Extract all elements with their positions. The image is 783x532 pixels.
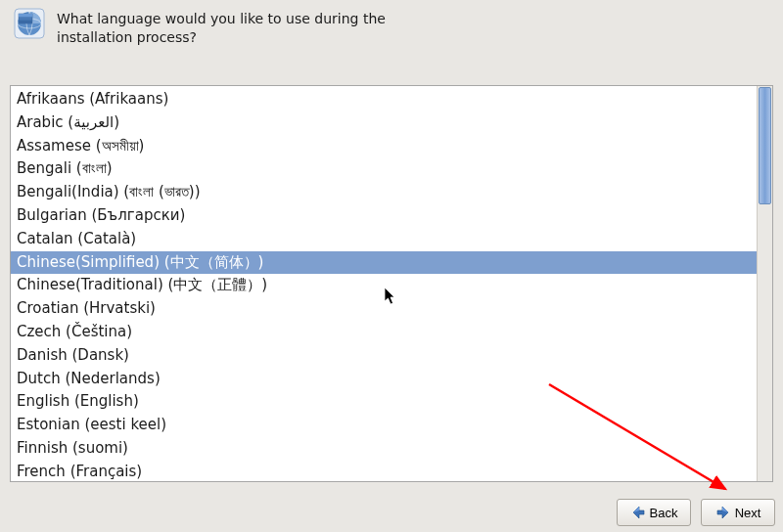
language-item[interactable]: Catalan (Català) (15, 228, 757, 251)
arrow-right-icon (715, 505, 731, 520)
scrollbar-thumb[interactable] (759, 87, 771, 204)
svg-rect-5 (19, 21, 32, 23)
button-bar: Back Next (617, 499, 775, 526)
language-item[interactable]: English (English) (15, 390, 757, 414)
back-label: Back (650, 506, 678, 520)
language-item[interactable]: Finnish (suomi) (15, 437, 757, 461)
language-item[interactable]: Croatian (Hrvatski) (15, 297, 757, 321)
language-item[interactable]: Bengali(India) (বাংলা (ভারত)) (15, 181, 757, 204)
next-label: Next (735, 506, 761, 520)
language-item[interactable]: Bulgarian (Български) (15, 204, 757, 228)
arrow-left-icon (630, 505, 646, 520)
language-item[interactable]: Dutch (Nederlands) (15, 368, 757, 391)
svg-rect-4 (19, 14, 32, 17)
language-item[interactable]: French (Français) (15, 461, 757, 481)
language-item[interactable]: Estonian (eesti keel) (15, 414, 757, 437)
flag-icon (14, 8, 45, 39)
install-prompt: What language would you like to use duri… (57, 8, 390, 47)
language-item[interactable]: Chinese(Simplified) (中文（简体）) (11, 251, 757, 275)
language-item[interactable]: Chinese(Traditional) (中文（正體）) (15, 274, 757, 297)
language-list[interactable]: Afrikaans (Afrikaans)Arabic (العربية)Ass… (11, 86, 757, 481)
language-list-container: Afrikaans (Afrikaans)Arabic (العربية)Ass… (10, 85, 773, 482)
back-button[interactable]: Back (617, 499, 691, 526)
language-item[interactable]: Arabic (العربية) (15, 111, 757, 135)
language-item[interactable]: Assamese (অসমীয়া) (15, 135, 757, 158)
language-item[interactable]: Afrikaans (Afrikaans) (15, 88, 757, 111)
language-item[interactable]: Danish (Dansk) (15, 344, 757, 368)
language-item[interactable]: Bengali (বাংলা) (15, 157, 757, 181)
next-button[interactable]: Next (701, 499, 775, 526)
scrollbar[interactable] (757, 86, 772, 481)
language-item[interactable]: Czech (Čeština) (15, 321, 757, 344)
header: What language would you like to use duri… (0, 0, 783, 47)
